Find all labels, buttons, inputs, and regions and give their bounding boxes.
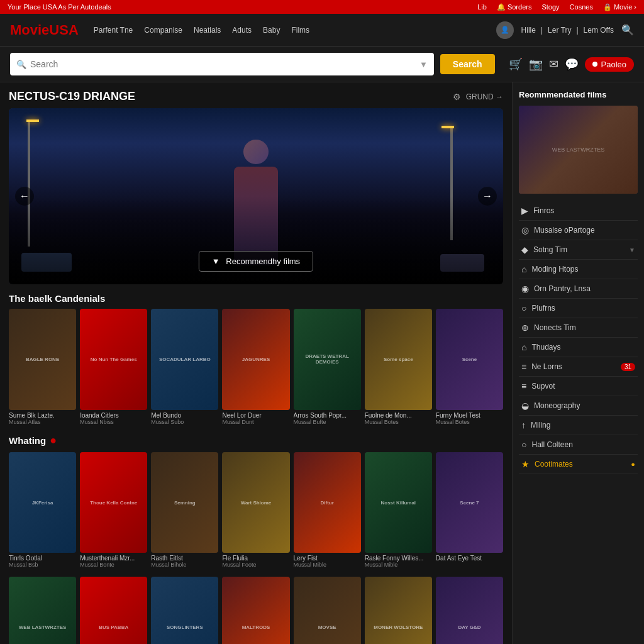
movie-card[interactable]: Scene Furny Muel Test Mussal Botes xyxy=(436,309,503,425)
top-banner-movie[interactable]: 🔒 Movie › xyxy=(603,3,636,11)
sidebar-menu-item-3[interactable]: ⌂ Moding Htops xyxy=(519,260,638,279)
movie-card[interactable]: BAGLE RONE Sume Blk Lazte. Mussal Atlas xyxy=(9,309,76,425)
hero-nav-text[interactable]: GRUND → xyxy=(466,92,503,101)
chat-icon[interactable]: 💬 xyxy=(565,57,579,71)
movie-card[interactable]: MONER WOLSTORE Funz Ouestpolo xyxy=(365,577,432,644)
sidebar-menu-item-10[interactable]: ◒ Moneography xyxy=(519,396,638,416)
hero-container: ← → ▼ Recommendhy films xyxy=(9,108,503,284)
menu-item-left: ⊕ Nonects Tim xyxy=(521,323,576,333)
sidebar-menu-item-6[interactable]: ⊕ Nonects Tim xyxy=(519,318,638,338)
header-hille[interactable]: Hille xyxy=(521,26,536,35)
movie-card[interactable]: MOVSE Solty Nome xyxy=(294,577,361,644)
menu-label: Supvot xyxy=(531,382,555,391)
nav-neatials[interactable]: Neatials xyxy=(194,26,221,35)
hero-recommend-icon: ▼ xyxy=(212,257,220,266)
hero-next-button[interactable]: → xyxy=(478,187,497,206)
sidebar-menu-item-9[interactable]: ≡ Supvot xyxy=(519,377,638,396)
movie-thumb-bg: WEB LASTWRZTES xyxy=(9,577,76,644)
hero-prev-button[interactable]: ← xyxy=(15,187,34,206)
nav-companise[interactable]: Companise xyxy=(144,26,182,35)
sidebar-menu-item-4[interactable]: ◉ Orn Pantry, Lnsa xyxy=(519,279,638,299)
header-right: 👤 Hille | Ler Try | Lem Offs 🔍 xyxy=(496,21,634,39)
dropdown-arrow[interactable]: ▼ xyxy=(419,60,428,69)
search-button[interactable]: Search xyxy=(440,54,495,74)
nav-baby[interactable]: Baby xyxy=(263,26,280,35)
movie-thumb-bg: MONER WOLSTORE xyxy=(365,577,432,644)
movie-label: SONGLINTERS xyxy=(167,625,203,630)
movie-thumbnail: Nosst Killumal xyxy=(365,452,432,553)
header: MovieUSA Parfent Tne Companise Neatials … xyxy=(0,14,644,47)
menu-icon: ○ xyxy=(521,303,526,313)
movie-card[interactable]: No Nun The Games Ioanda Citlers Mussal N… xyxy=(80,309,147,425)
movie-meta: Mussal Botes xyxy=(436,419,503,425)
nav-aduts[interactable]: Aduts xyxy=(232,26,252,35)
movie-title: Mel Bundo xyxy=(151,412,218,419)
hero-recommend-button[interactable]: ▼ Recommendhy films xyxy=(199,251,313,272)
movie-title: Fle Flulia xyxy=(222,555,289,562)
movie-card[interactable]: Thoue Kella Contne Musterthenali Mzr... … xyxy=(80,452,147,569)
search-icon[interactable]: 🔍 xyxy=(621,24,634,36)
movie-card[interactable]: WEB LASTWRZTES Mnzl Mussal Durbe xyxy=(9,577,76,644)
movie-label: JAGUNRES xyxy=(242,357,270,362)
movie-card[interactable]: Scene 7 Dat Ast Eye Test xyxy=(436,452,503,569)
nav-films[interactable]: Films xyxy=(291,26,309,35)
user-pill[interactable]: Paoleo xyxy=(585,57,634,72)
movie-thumbnail: JAGUNRES xyxy=(222,309,289,410)
movie-card[interactable]: Diftur Lery Fist Mussal Mible xyxy=(294,452,361,569)
nav-parfent[interactable]: Parfent Tne xyxy=(94,26,133,35)
movie-thumbnail: Diftur xyxy=(294,452,361,553)
movie-label: Scene xyxy=(462,357,477,362)
search-input[interactable] xyxy=(30,59,419,69)
movie-label: DAY G&D xyxy=(458,625,480,630)
menu-item-left: ⌂ Thudays xyxy=(521,342,561,352)
movie-card[interactable]: JKFerisa Tinrls Ootlal Mussal Bsb xyxy=(9,452,76,569)
photo-icon[interactable]: 📷 xyxy=(529,57,543,71)
movie-thumbnail: MONER WOLSTORE xyxy=(365,577,432,644)
movie-thumb-bg: MALTRODS xyxy=(222,577,289,644)
sidebar-menu-item-7[interactable]: ⌂ Thudays xyxy=(519,338,638,357)
movie-card[interactable]: SONGLINTERS Monry Chrole Filmz... xyxy=(151,577,218,644)
sidebar-menu-item-2[interactable]: ◆ Sotng Tim ▼ xyxy=(519,240,638,260)
search-bar-row: 🔍 ▼ Search 🛒 📷 ✉ 💬 Paoleo xyxy=(0,47,644,82)
movie-card[interactable]: JAGUNRES Neel Lor Duer Mussal Dunt xyxy=(222,309,289,425)
header-user-area: Hille | Ler Try | Lem Offs xyxy=(521,26,614,35)
movie-card[interactable]: SOCADULAR LARBO Mel Bundo Mussal Subo xyxy=(151,309,218,425)
top-banner-sorders[interactable]: 🔔 Sorders xyxy=(497,3,532,11)
sidebar-menu-item-8[interactable]: ≡ Ne Lorns 31 xyxy=(519,357,638,377)
menu-icon: ◆ xyxy=(521,245,528,255)
section3-grid: WEB LASTWRZTES Mnzl Mussal Durbe BUS PAB… xyxy=(9,577,503,644)
sidebar-menu-item-5[interactable]: ○ Plufrns xyxy=(519,299,638,318)
movie-thumb-bg: Semning xyxy=(151,452,218,553)
message-icon[interactable]: ✉ xyxy=(549,57,558,71)
movie-card[interactable]: Semning Rasth Eitlst Mussal Bihole xyxy=(151,452,218,569)
sidebar-menu-item-1[interactable]: ◎ Musalse oPartoge xyxy=(519,221,638,240)
movie-card[interactable]: Some space Fuolne de Mon... Mussal Botes xyxy=(365,309,432,425)
content-area: NECTUS-C19 DRIANGE ⚙ GRUND → xyxy=(0,82,512,644)
movie-card[interactable]: MALTRODS Melen C Foirns xyxy=(222,577,289,644)
sidebar-menu-item-11[interactable]: ↑ Miling xyxy=(519,416,638,435)
top-banner-lib[interactable]: Lib xyxy=(477,3,487,11)
movie-title: Neel Lor Duer xyxy=(222,412,289,419)
movie-thumb-bg: Wart Shiome xyxy=(222,452,289,553)
sidebar-featured-image[interactable]: WEB LASTWRZTES xyxy=(519,106,638,194)
movie-card[interactable]: DRAETS WETRAL DEMOIES Arros South Popr..… xyxy=(294,309,361,425)
movie-thumbnail: No Nun The Games xyxy=(80,309,147,410)
sidebar-menu-item-13[interactable]: ★ Cootimates ● xyxy=(519,455,638,474)
movie-card[interactable]: Nosst Killumal Rasle Fonny Willes... Mus… xyxy=(365,452,432,569)
movie-title: Ioanda Citlers xyxy=(80,412,147,419)
main-layout: NECTUS-C19 DRIANGE ⚙ GRUND → xyxy=(0,82,644,644)
movie-label: Nosst Killumal xyxy=(380,500,416,506)
top-banner-stogy[interactable]: Stogy xyxy=(541,3,559,11)
sidebar-menu-item-0[interactable]: ▶ Finros xyxy=(519,201,638,221)
movie-card[interactable]: Wart Shiome Fle Flulia Mussal Foote xyxy=(222,452,289,569)
movie-card[interactable]: BUS PABBA Funry Chorley Com... Mussal Fo… xyxy=(80,577,147,644)
sidebar-menu-item-12[interactable]: ○ Hall Colteen xyxy=(519,435,638,455)
top-banner-cosnes[interactable]: Cosnes xyxy=(570,3,593,11)
movie-title: Rasle Fonny Willes... xyxy=(365,555,432,562)
header-lemoffs[interactable]: Lem Offs xyxy=(584,26,614,35)
movie-meta: Mussal Nbiss xyxy=(80,419,147,425)
movie-card[interactable]: DAY G&D Tolling Canrle Stir... xyxy=(436,577,503,644)
username-label: Paoleo xyxy=(601,60,626,69)
header-lertry[interactable]: Ler Try xyxy=(548,26,571,35)
wishlist-icon[interactable]: 🛒 xyxy=(509,57,523,71)
